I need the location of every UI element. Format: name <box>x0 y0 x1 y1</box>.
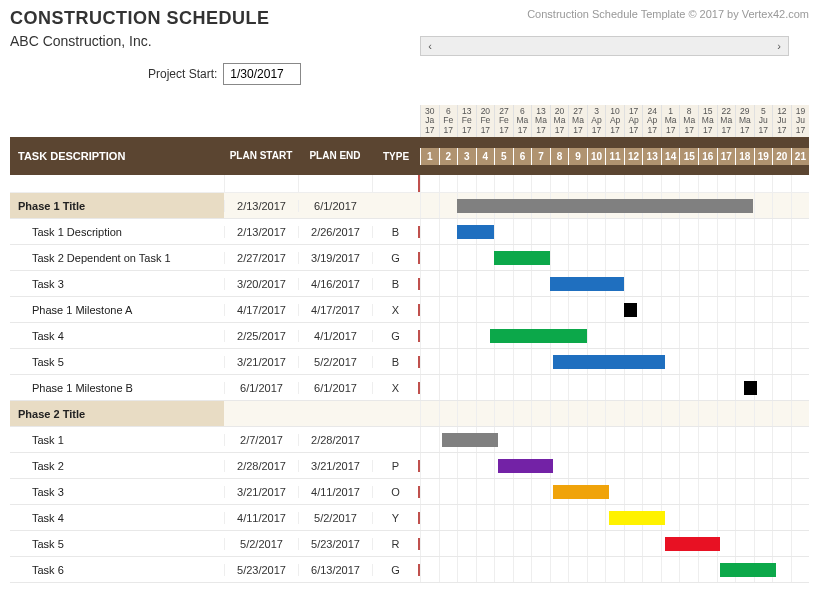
task-name-cell[interactable]: Phase 1 Milestone B <box>10 382 224 394</box>
task-name-cell[interactable]: Task 5 <box>10 538 224 550</box>
date-col: 19Ju17 <box>791 105 810 137</box>
week-col: 19 <box>754 148 773 165</box>
plan-end-cell[interactable]: 6/1/2017 <box>298 382 372 394</box>
week-col: 15 <box>679 148 698 165</box>
type-cell[interactable]: Y <box>372 512 420 524</box>
task-name-cell[interactable]: Task 3 <box>10 486 224 498</box>
plan-start-cell[interactable]: 3/20/2017 <box>224 278 298 290</box>
gantt-cell <box>420 271 809 296</box>
plan-end-cell[interactable]: 5/2/2017 <box>298 512 372 524</box>
week-col: 2 <box>439 148 458 165</box>
project-start-input[interactable] <box>223 63 301 85</box>
column-header-row: TASK DESCRIPTION PLAN START PLAN END TYP… <box>10 137 809 175</box>
task-row: Task 12/7/20172/28/2017 <box>10 427 809 453</box>
plan-end-cell[interactable]: 5/23/2017 <box>298 538 372 550</box>
template-credit: Construction Schedule Template © 2017 by… <box>527 8 809 20</box>
task-row: Task 33/21/20174/11/2017O <box>10 479 809 505</box>
task-name-cell[interactable]: Task 4 <box>10 330 224 342</box>
plan-end-cell[interactable]: 3/19/2017 <box>298 252 372 264</box>
type-cell[interactable]: P <box>372 460 420 472</box>
task-name-cell[interactable]: Task 4 <box>10 512 224 524</box>
date-col: 20Ma17 <box>550 105 569 137</box>
task-name-cell[interactable]: Task 2 Dependent on Task 1 <box>10 252 224 264</box>
date-col: 1Ma17 <box>661 105 680 137</box>
timeline-week-header: 123456789101112131415161718192021 <box>420 148 809 165</box>
week-col: 1 <box>420 148 439 165</box>
plan-start-cell[interactable]: 2/25/2017 <box>224 330 298 342</box>
week-col: 9 <box>568 148 587 165</box>
type-cell[interactable]: G <box>372 564 420 576</box>
date-col: 29Ma17 <box>735 105 754 137</box>
plan-start-cell[interactable]: 3/21/2017 <box>224 356 298 368</box>
date-col: 8Ma17 <box>679 105 698 137</box>
plan-start-cell[interactable]: 4/11/2017 <box>224 512 298 524</box>
gantt-cell <box>420 193 809 218</box>
plan-start-cell[interactable]: 4/17/2017 <box>224 304 298 316</box>
col-header-task: TASK DESCRIPTION <box>10 150 224 162</box>
plan-end-cell[interactable]: 5/2/2017 <box>298 356 372 368</box>
plan-end-cell[interactable]: 4/1/2017 <box>298 330 372 342</box>
week-col: 20 <box>772 148 791 165</box>
plan-end-cell[interactable]: 4/11/2017 <box>298 486 372 498</box>
task-row: Task 65/23/20176/13/2017G <box>10 557 809 583</box>
gantt-bar <box>744 381 757 395</box>
task-name-cell[interactable]: Task 3 <box>10 278 224 290</box>
week-col: 12 <box>624 148 643 165</box>
plan-start-cell[interactable]: 6/1/2017 <box>224 382 298 394</box>
plan-end-cell[interactable]: 3/21/2017 <box>298 460 372 472</box>
gantt-cell <box>420 479 809 504</box>
plan-start-cell[interactable]: 5/23/2017 <box>224 564 298 576</box>
plan-end-cell[interactable]: 4/17/2017 <box>298 304 372 316</box>
week-col: 11 <box>605 148 624 165</box>
scroll-right-button[interactable]: › <box>770 37 788 55</box>
type-cell[interactable]: R <box>372 538 420 550</box>
plan-start-cell[interactable]: 2/13/2017 <box>224 200 298 212</box>
date-col: 6Fe17 <box>439 105 458 137</box>
task-name-cell[interactable]: Phase 1 Milestone A <box>10 304 224 316</box>
type-cell[interactable]: B <box>372 278 420 290</box>
task-name-cell[interactable]: Task 1 <box>10 434 224 446</box>
type-cell[interactable]: G <box>372 330 420 342</box>
task-name-cell[interactable]: Phase 2 Title <box>10 401 224 426</box>
date-col: 12Ju17 <box>772 105 791 137</box>
task-name-cell[interactable]: Task 5 <box>10 356 224 368</box>
task-name-cell[interactable]: Task 2 <box>10 460 224 472</box>
type-cell[interactable]: B <box>372 226 420 238</box>
timeline-scrollbar[interactable]: ‹ › <box>420 36 789 56</box>
plan-start-cell[interactable]: 2/7/2017 <box>224 434 298 446</box>
plan-start-cell[interactable]: 2/13/2017 <box>224 226 298 238</box>
date-col: 13Fe17 <box>457 105 476 137</box>
gantt-bar <box>494 251 550 265</box>
date-col: 15Ma17 <box>698 105 717 137</box>
type-cell[interactable]: B <box>372 356 420 368</box>
scroll-left-button[interactable]: ‹ <box>421 37 439 55</box>
plan-start-cell[interactable]: 2/27/2017 <box>224 252 298 264</box>
date-col: 20Fe17 <box>476 105 495 137</box>
date-col: 24Ap17 <box>642 105 661 137</box>
task-name-cell[interactable]: Task 6 <box>10 564 224 576</box>
task-name-cell[interactable]: Phase 1 Title <box>10 193 224 218</box>
week-col: 18 <box>735 148 754 165</box>
type-cell[interactable]: X <box>372 304 420 316</box>
type-cell[interactable]: X <box>372 382 420 394</box>
plan-end-cell[interactable]: 2/28/2017 <box>298 434 372 446</box>
plan-start-cell[interactable]: 5/2/2017 <box>224 538 298 550</box>
gantt-cell <box>420 323 809 348</box>
date-col: 27Fe17 <box>494 105 513 137</box>
gantt-cell <box>420 531 809 556</box>
task-name-cell[interactable]: Task 1 Description <box>10 226 224 238</box>
gantt-bar <box>442 433 498 447</box>
plan-end-cell[interactable]: 6/1/2017 <box>298 200 372 212</box>
plan-end-cell[interactable]: 6/13/2017 <box>298 564 372 576</box>
type-cell[interactable]: G <box>372 252 420 264</box>
col-header-type: TYPE <box>372 151 420 162</box>
plan-end-cell[interactable]: 2/26/2017 <box>298 226 372 238</box>
plan-start-cell[interactable]: 2/28/2017 <box>224 460 298 472</box>
plan-end-cell[interactable]: 4/16/2017 <box>298 278 372 290</box>
type-cell[interactable]: O <box>372 486 420 498</box>
gantt-cell <box>420 219 809 244</box>
plan-start-cell[interactable]: 3/21/2017 <box>224 486 298 498</box>
week-col: 14 <box>661 148 680 165</box>
gantt-cell <box>420 453 809 478</box>
date-col: 13Ma17 <box>531 105 550 137</box>
